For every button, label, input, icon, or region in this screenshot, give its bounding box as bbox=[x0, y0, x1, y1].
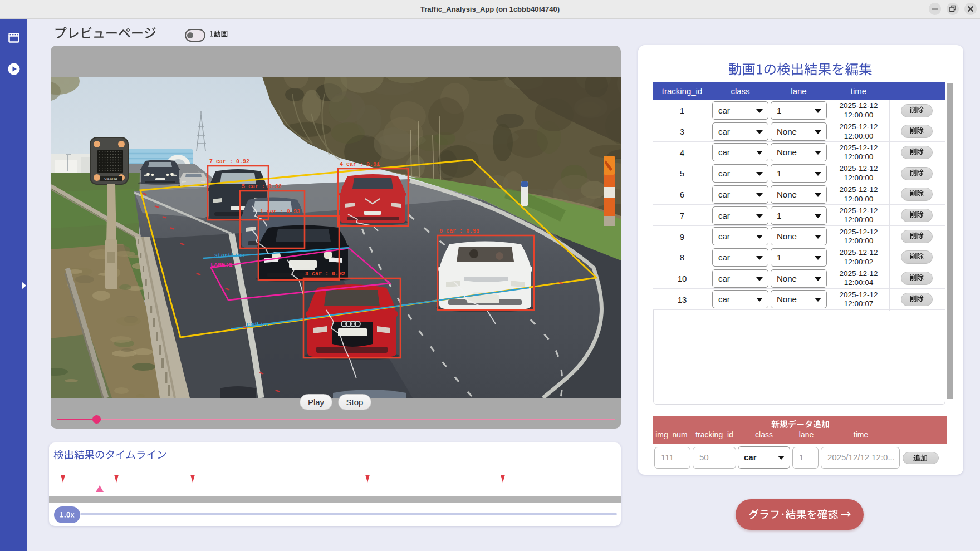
svg-text:7 car : 0.92: 7 car : 0.92 bbox=[209, 159, 249, 165]
svg-text:944BA: 944BA bbox=[104, 176, 117, 181]
svg-text:3 car : 0.92: 3 car : 0.92 bbox=[305, 271, 345, 277]
svg-text:endLine: endLine bbox=[247, 322, 270, 328]
svg-text:4 car : 0.91: 4 car : 0.91 bbox=[340, 161, 380, 168]
svg-text:1 car : 0.93: 1 car : 0.93 bbox=[260, 209, 300, 215]
svg-text:6 car : 0.93: 6 car : 0.93 bbox=[439, 228, 479, 234]
svg-text:5 car : 0.92: 5 car : 0.92 bbox=[242, 184, 282, 190]
svg-text:startLine: startLine bbox=[214, 253, 244, 259]
svg-text:LANE:1: LANE:1 bbox=[210, 262, 233, 268]
